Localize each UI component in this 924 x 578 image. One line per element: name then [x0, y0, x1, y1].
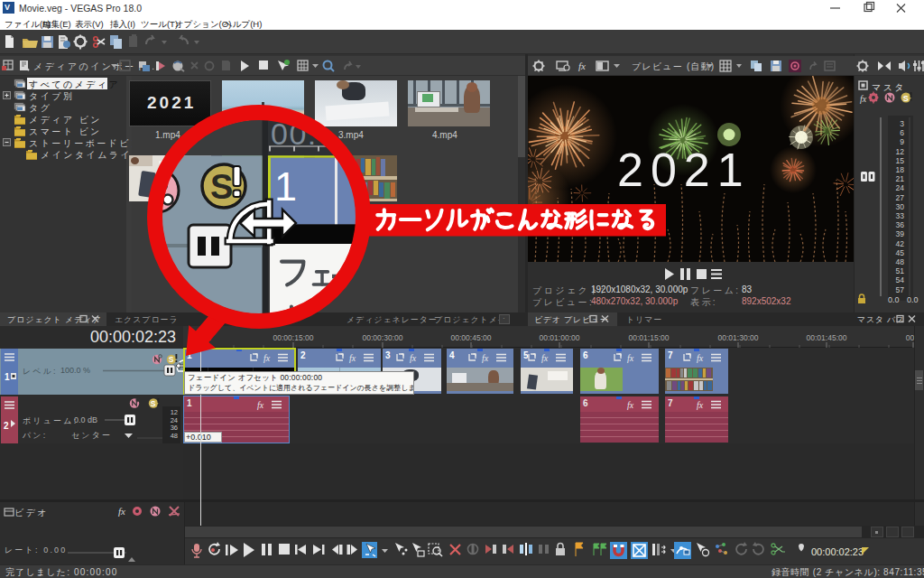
- svg-text:S: S: [210, 168, 233, 206]
- svg-text:1: 1: [274, 163, 297, 210]
